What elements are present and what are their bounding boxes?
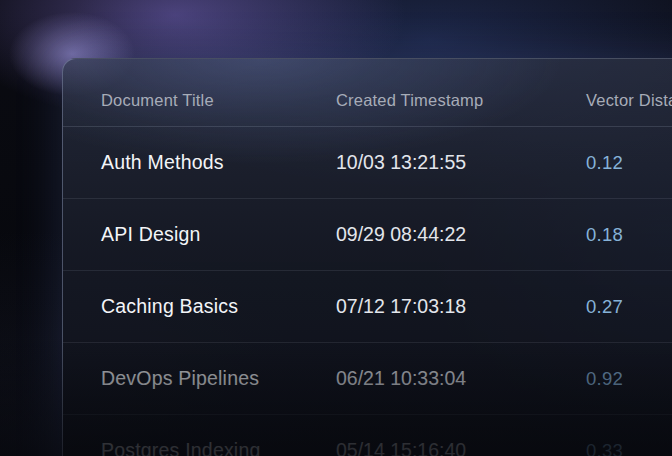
table-row[interactable]: Auth Methods 10/03 13:21:55 0.12 xyxy=(63,127,672,199)
vector-distance-cell: 0.27 xyxy=(586,296,672,318)
created-timestamp-cell: 05/14 15:16:40 xyxy=(336,439,586,456)
documents-table-card: Document Title Created Timestamp Vector … xyxy=(62,58,672,456)
document-title-cell: Caching Basics xyxy=(63,295,336,318)
column-header-vector-distance: Vector Distance xyxy=(586,91,672,110)
vector-distance-cell: 0.18 xyxy=(586,224,672,246)
document-title-cell: DevOps Pipelines xyxy=(63,367,336,390)
document-title-cell: Auth Methods xyxy=(63,151,336,174)
document-title-cell: API Design xyxy=(63,223,336,246)
document-title-cell: Postgres Indexing xyxy=(63,439,336,456)
table-header-row: Document Title Created Timestamp Vector … xyxy=(63,59,672,127)
created-timestamp-cell: 06/21 10:33:04 xyxy=(336,367,586,390)
column-header-created-timestamp: Created Timestamp xyxy=(336,91,586,110)
created-timestamp-cell: 09/29 08:44:22 xyxy=(336,223,586,246)
created-timestamp-cell: 10/03 13:21:55 xyxy=(336,151,586,174)
vector-distance-cell: 0.12 xyxy=(586,152,672,174)
table-row[interactable]: DevOps Pipelines 06/21 10:33:04 0.92 xyxy=(63,343,672,415)
vector-distance-cell: 0.92 xyxy=(586,368,672,390)
created-timestamp-cell: 07/12 17:03:18 xyxy=(336,295,586,318)
vector-distance-cell: 0.33 xyxy=(586,440,672,456)
column-header-document-title: Document Title xyxy=(63,91,336,110)
table-row[interactable]: API Design 09/29 08:44:22 0.18 xyxy=(63,199,672,271)
table-row[interactable]: Caching Basics 07/12 17:03:18 0.27 xyxy=(63,271,672,343)
table-row[interactable]: Postgres Indexing 05/14 15:16:40 0.33 xyxy=(63,415,672,456)
